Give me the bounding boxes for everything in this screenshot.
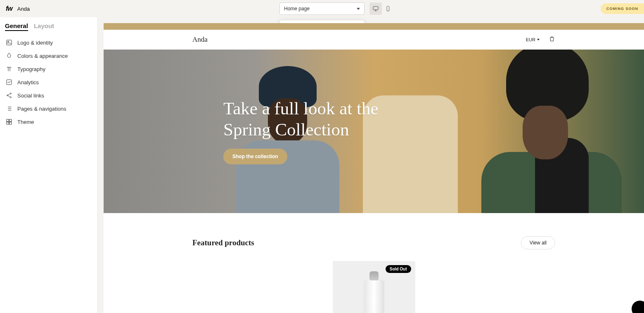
featured-section: Featured products View all Sold Out [104, 213, 644, 313]
product-card[interactable]: Sold Out [333, 261, 415, 313]
sidebar-item-colors[interactable]: Colors & appearance [0, 49, 97, 62]
logo[interactable]: fw [6, 5, 12, 12]
shop-collection-button[interactable]: Shop the collection [223, 149, 287, 164]
type-icon [6, 66, 12, 72]
chart-icon [6, 79, 12, 85]
page-select-label: Home page [284, 6, 310, 12]
sidebar-item-theme[interactable]: Theme [0, 115, 97, 128]
sidebar-item-label: Pages & navigations [17, 106, 66, 112]
topbar: fw Anda Home page Home page Checkout Com… [0, 0, 644, 17]
sidebar-item-label: Colors & appearance [17, 53, 68, 59]
featured-header: Featured products View all [192, 236, 555, 249]
svg-point-6 [8, 41, 9, 43]
currency-label: EUR [526, 37, 535, 42]
coming-soon-badge[interactable]: COMING SOON [601, 3, 644, 14]
sidebar-item-label: Social links [17, 92, 44, 99]
hero-section: Take a full look at the Spring Collectio… [104, 50, 644, 213]
svg-rect-19 [7, 122, 9, 124]
droplet-icon [6, 52, 12, 59]
sidebar-item-label: Logo & identity [17, 40, 53, 46]
device-toggle [369, 2, 394, 15]
preview-accent-bar [104, 23, 644, 30]
chevron-down-icon [357, 8, 360, 10]
sidebar-item-label: Theme [17, 119, 34, 125]
image-icon [6, 39, 12, 46]
desktop-icon [372, 5, 379, 12]
preview-pane: Anda EUR Take a full look at the [104, 23, 644, 313]
sidebar-item-logo[interactable]: Logo & identity [0, 36, 97, 49]
sidebar-item-pages[interactable]: Pages & navigations [0, 102, 97, 115]
svg-point-8 [10, 93, 12, 94]
svg-rect-0 [373, 7, 378, 10]
product-image: Sold Out [333, 261, 415, 313]
preview-header-right: EUR [526, 36, 555, 44]
hero-title: Take a full look at the Spring Collectio… [223, 98, 644, 140]
device-desktop-button[interactable] [369, 2, 382, 15]
chevron-down-icon [537, 39, 540, 40]
sidebar: General Layout Logo & identity Colors & … [0, 17, 98, 313]
preview-brand[interactable]: Anda [192, 36, 208, 44]
product-grid: Sold Out [192, 261, 555, 313]
view-all-button[interactable]: View all [521, 236, 555, 249]
mobile-icon [385, 5, 391, 12]
bottle-icon [364, 280, 384, 313]
share-icon [6, 92, 12, 99]
sidebar-tabs: General Layout [0, 22, 97, 36]
currency-selector[interactable]: EUR [526, 37, 540, 42]
grid-icon [6, 119, 12, 125]
tab-general[interactable]: General [5, 22, 28, 31]
tab-layout[interactable]: Layout [34, 22, 54, 31]
sidebar-item-label: Typography [17, 66, 45, 72]
page-select-wrap: Home page Home page Checkout Coming soon… [279, 2, 365, 15]
content: General Layout Logo & identity Colors & … [0, 17, 644, 313]
svg-point-10 [10, 97, 12, 98]
svg-rect-18 [9, 119, 12, 121]
device-mobile-button[interactable] [382, 2, 394, 15]
preview-header: Anda EUR [104, 30, 644, 50]
page-select[interactable]: Home page [279, 2, 365, 15]
svg-rect-5 [7, 40, 12, 45]
list-icon [6, 105, 12, 112]
sidebar-item-social[interactable]: Social links [0, 89, 97, 102]
soldout-badge: Sold Out [386, 265, 411, 273]
hero-content: Take a full look at the Spring Collectio… [223, 98, 644, 164]
svg-rect-20 [9, 122, 12, 124]
svg-point-9 [7, 95, 8, 96]
sidebar-item-typography[interactable]: Typography [0, 62, 97, 76]
brand-name: Anda [17, 6, 30, 12]
sidebar-item-analytics[interactable]: Analytics [0, 76, 97, 89]
bag-icon[interactable] [549, 36, 555, 44]
svg-rect-3 [387, 6, 389, 11]
svg-rect-17 [7, 119, 9, 121]
sidebar-item-label: Analytics [17, 79, 39, 85]
featured-title: Featured products [192, 238, 254, 247]
